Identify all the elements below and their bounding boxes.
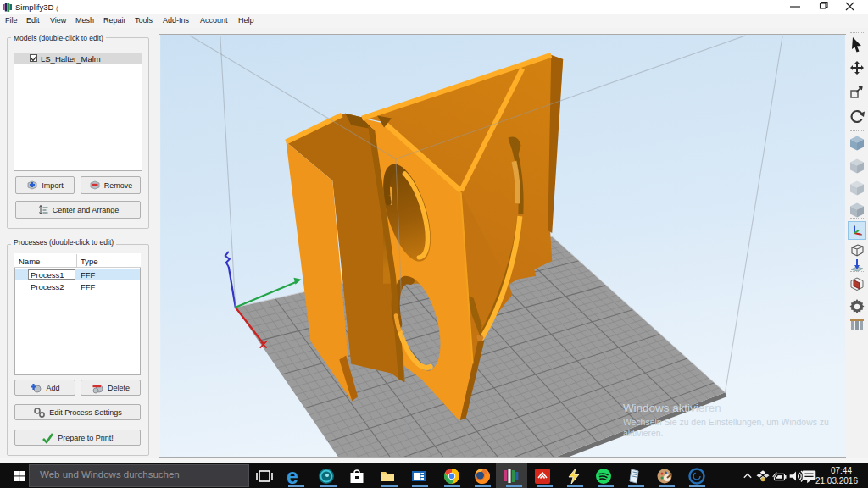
svg-text:Wechseln Sie zu den Einstellun: Wechseln Sie zu den Einstellungen, um Wi…: [623, 418, 829, 427]
svg-text:aktivieren.: aktivieren.: [623, 429, 664, 438]
svg-text:Windows aktivieren: Windows aktivieren: [623, 402, 721, 414]
svg-text:e: e: [287, 466, 298, 486]
